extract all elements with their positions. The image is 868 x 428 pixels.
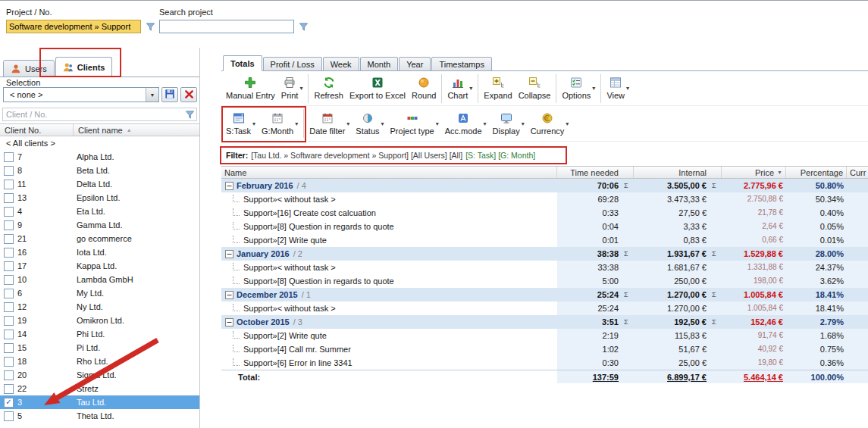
dropdown-arrow-icon[interactable]: ▾	[484, 120, 487, 127]
client-checkbox[interactable]	[4, 261, 14, 271]
project-type-button[interactable]: Project type▾	[387, 111, 442, 137]
currency-button[interactable]: Currency▾	[528, 111, 572, 137]
client-checkbox[interactable]	[4, 152, 14, 162]
internal-column-header[interactable]: Internal	[634, 167, 710, 178]
delete-selection-button[interactable]	[180, 87, 197, 102]
client-checkbox[interactable]	[4, 302, 14, 312]
tab-profit-loss[interactable]: Profit / Loss	[263, 57, 322, 71]
client-filter-funnel-icon[interactable]	[183, 108, 196, 121]
grid-data-row[interactable]: Support»[16] Create cost calcuation0:332…	[221, 206, 868, 220]
client-checkbox[interactable]	[4, 193, 14, 203]
client-row[interactable]: 21go ecommerce	[0, 232, 199, 245]
collapse-button[interactable]: Collapse	[515, 75, 554, 102]
tab-users[interactable]: Users	[3, 60, 55, 77]
tab-week[interactable]: Week	[323, 57, 359, 71]
time-needed-column-header[interactable]: Time needed	[557, 167, 622, 178]
client-row[interactable]: 15Pi Ltd.	[0, 341, 199, 355]
grid-data-row[interactable]: Support»< without task >69:283.473,33 €2…	[221, 192, 868, 206]
grid-data-row[interactable]: Support»[2] Write qute0:010,83 €0,66 €0.…	[221, 233, 868, 247]
display-button[interactable]: Display▾	[490, 111, 528, 137]
client-name-column-header[interactable]: Client name ▲	[74, 124, 199, 136]
dropdown-arrow-icon[interactable]: ▾	[295, 120, 298, 127]
dropdown-arrow-icon[interactable]: ▾	[436, 120, 439, 127]
client-checkbox[interactable]	[4, 220, 14, 230]
view-button[interactable]: View▾	[603, 75, 632, 102]
client-checkbox[interactable]	[4, 384, 14, 394]
grid-group-row[interactable]: October 2015/ 33:51Σ192,50 €Σ152,46 €2.7…	[221, 315, 868, 329]
client-row[interactable]: 16Iota Ltd.	[0, 245, 199, 259]
dropdown-arrow-icon[interactable]: ▾	[346, 120, 349, 127]
dropdown-arrow-icon[interactable]: ▾	[381, 120, 384, 127]
client-row[interactable]: 14Phi Ltd.	[0, 327, 199, 341]
project-input[interactable]	[6, 20, 141, 33]
currency-column-header[interactable]: Curr	[847, 167, 868, 178]
expand-button[interactable]: Expand	[481, 75, 515, 102]
selection-combobox[interactable]: < none > ▼	[3, 87, 159, 102]
client-row[interactable]: 7Alpha Ltd.	[0, 150, 199, 164]
grid-total-row[interactable]: Total:137:596.899,17 €5.464,14 €100.00%	[221, 370, 868, 383]
client-checkbox[interactable]	[4, 411, 14, 421]
client-checkbox[interactable]	[4, 343, 14, 353]
client-checkbox[interactable]	[4, 207, 14, 217]
client-row[interactable]: 13Epsilon Ltd.	[0, 191, 199, 205]
collapse-toggle-icon[interactable]	[225, 291, 233, 299]
dropdown-arrow-icon[interactable]: ▾	[566, 120, 569, 127]
dropdown-arrow-icon[interactable]: ▾	[522, 120, 525, 127]
client-checkbox[interactable]	[4, 289, 14, 298]
date-filter-button[interactable]: Date filter▾	[306, 111, 353, 137]
client-checkbox[interactable]	[4, 275, 14, 285]
client-row[interactable]: 10Lambda GmbH	[0, 273, 199, 286]
client-row[interactable]: 4Eta Ltd.	[0, 205, 199, 218]
client-checkbox[interactable]	[4, 316, 14, 326]
project-filter-funnel-icon[interactable]	[143, 20, 157, 33]
tab-timestamps[interactable]: Timestamps	[431, 57, 492, 71]
combo-dropdown-arrow-icon[interactable]: ▼	[146, 88, 158, 102]
tab-totals[interactable]: Totals	[223, 55, 262, 71]
client-row[interactable]: 9Gamma Ltd.	[0, 218, 199, 232]
grid-data-row[interactable]: Support»[4] Call mr. Summer1:0251,67 €40…	[221, 342, 868, 356]
grid-data-row[interactable]: Support»< without task >25:241.270,00 €1…	[221, 301, 868, 315]
client-checkbox[interactable]	[4, 180, 14, 189]
grid-data-row[interactable]: Support»< without task >33:381.681,67 €1…	[221, 261, 868, 274]
tab-year[interactable]: Year	[399, 57, 431, 71]
refresh-button[interactable]: Refresh	[311, 75, 346, 102]
tab-clients[interactable]: Clients	[55, 57, 113, 77]
search-filter-funnel-icon[interactable]	[296, 20, 310, 33]
client-row[interactable]: 17Kappa Ltd.	[0, 259, 199, 273]
g-month-button[interactable]: G:Month▾	[259, 111, 301, 137]
collapse-toggle-icon[interactable]	[225, 318, 233, 326]
grid-group-row[interactable]: January 2016/ 238:38Σ1.931,67 €Σ1.529,88…	[221, 247, 868, 261]
status-button[interactable]: Status▾	[353, 111, 387, 137]
client-checkbox[interactable]	[4, 234, 14, 244]
collapse-toggle-icon[interactable]	[225, 250, 233, 258]
client-checkbox[interactable]: ✓	[4, 398, 14, 408]
export-to-excel-button[interactable]: Export to Excel	[346, 75, 409, 102]
client-row[interactable]: 22Stretz	[0, 382, 199, 395]
dropdown-arrow-icon[interactable]: ▾	[299, 85, 302, 92]
options-button[interactable]: Options▾	[559, 75, 598, 102]
percentage-column-header[interactable]: Percentage	[786, 167, 847, 178]
client-checkbox[interactable]	[4, 166, 14, 176]
client-row[interactable]: 12Ny Ltd.	[0, 300, 199, 314]
client-row[interactable]: 20Sigma Ltd.	[0, 368, 199, 382]
dropdown-arrow-icon[interactable]: ▾	[592, 85, 595, 92]
client-row[interactable]: 5Theta Ltd.	[0, 409, 199, 423]
client-row[interactable]: 18Rho Ltd.	[0, 355, 199, 368]
acc-mode-button[interactable]: Acc.mode▾	[442, 111, 490, 137]
client-row[interactable]: 11Delta Ltd.	[0, 177, 199, 191]
grid-data-row[interactable]: Support»[2] Write qute2:19115,83 €91,74 …	[221, 329, 868, 342]
manual-entry-button[interactable]: Manual Entry	[223, 75, 278, 102]
search-project-input[interactable]	[159, 20, 294, 33]
round-button[interactable]: Round	[409, 75, 439, 102]
s-task-button[interactable]: S:Task▾	[223, 111, 259, 137]
price-column-header[interactable]: Price ▼	[722, 167, 786, 178]
tab-month[interactable]: Month	[360, 57, 399, 71]
save-selection-button[interactable]	[161, 87, 178, 102]
client-checkbox[interactable]	[4, 370, 14, 380]
print-button[interactable]: Print▾	[278, 75, 306, 102]
dropdown-arrow-icon[interactable]: ▾	[469, 85, 472, 92]
dropdown-arrow-icon[interactable]: ▾	[626, 85, 629, 92]
client-no-column-header[interactable]: Client No.	[0, 124, 74, 136]
chart-button[interactable]: Chart▾	[444, 75, 475, 102]
name-column-header[interactable]: Name	[221, 167, 557, 178]
